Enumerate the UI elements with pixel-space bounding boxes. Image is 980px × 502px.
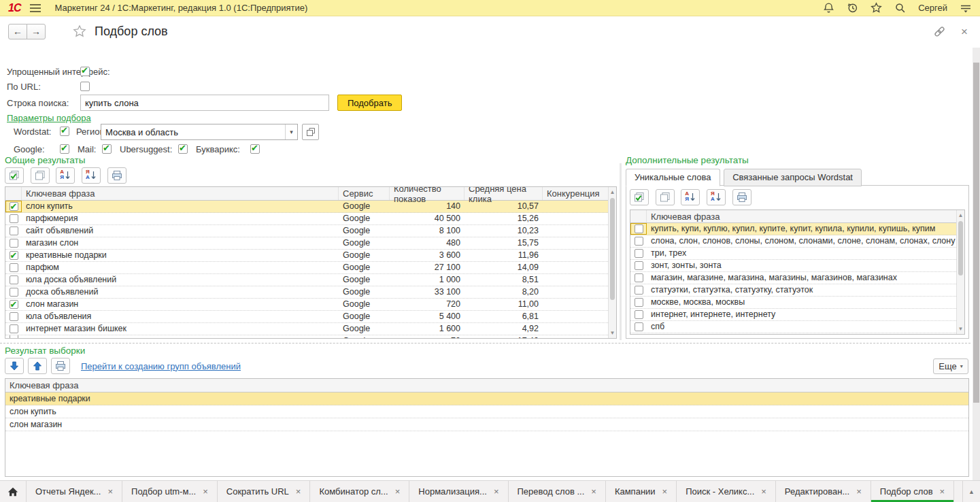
scrollbar-thumb[interactable]: [610, 198, 615, 300]
row-checkbox[interactable]: [10, 202, 18, 211]
row-checkbox[interactable]: [10, 300, 18, 309]
print-list-button[interactable]: [51, 358, 70, 374]
column-header-service[interactable]: Сервис: [339, 187, 390, 200]
column-header-phrase[interactable]: Ключевая фраза: [22, 187, 339, 200]
by-url-checkbox[interactable]: [80, 80, 90, 91]
unique-word-row[interactable]: москве, москва, москвы: [630, 297, 958, 309]
tab-close-icon[interactable]: ×: [296, 486, 301, 497]
scroll-down-icon[interactable]: ▼: [957, 326, 964, 332]
selection-params-link[interactable]: Параметры подбора: [7, 113, 91, 123]
tab-close-icon[interactable]: ×: [940, 486, 945, 497]
mail-checkbox[interactable]: [102, 143, 112, 154]
keyword-row[interactable]: слон купить Google 140 10,57: [5, 201, 609, 213]
tab-close-icon[interactable]: ×: [591, 486, 596, 497]
sort-desc-button[interactable]: ЯА: [707, 189, 726, 205]
more-button[interactable]: Еще ▾: [933, 358, 968, 374]
taskbar-tab[interactable]: Отчеты Яндек... ×: [26, 481, 122, 502]
taskbar-tab[interactable]: Перевод слов ... ×: [509, 481, 606, 502]
row-checkbox[interactable]: [635, 249, 643, 258]
home-icon[interactable]: [0, 481, 26, 502]
scroll-up-icon[interactable]: ▲: [609, 189, 616, 195]
taskbar-tab[interactable]: Поиск - Хеликс... ×: [677, 481, 776, 502]
tab-close-icon[interactable]: ×: [494, 486, 499, 497]
selected-phrase-row[interactable]: креативные подарки: [5, 392, 968, 405]
move-up-button[interactable]: [28, 358, 47, 374]
unique-word-row[interactable]: спб: [630, 321, 958, 333]
keyword-row[interactable]: парфюм Google 27 100 14,09: [5, 262, 609, 274]
uncheck-all-button[interactable]: [656, 189, 675, 205]
row-checkbox[interactable]: [635, 298, 643, 307]
uncheck-all-button[interactable]: [31, 167, 50, 184]
keyword-row[interactable]: магазин слон Google 480 15,75: [5, 237, 609, 250]
keyword-row[interactable]: юла объявления Google 5 400 6,81: [5, 311, 609, 323]
service-menu-icon[interactable]: [960, 3, 972, 13]
page-scrollbar[interactable]: [973, 48, 980, 480]
row-checkbox[interactable]: [635, 273, 643, 282]
chevron-down-icon[interactable]: ▾: [285, 124, 297, 139]
keyword-row[interactable]: юла доска объявлений Google 1 000 8,51: [5, 274, 609, 286]
check-all-button[interactable]: [630, 189, 649, 205]
column-header-phrase[interactable]: Ключевая фраза: [647, 210, 958, 222]
general-results-scrollbar[interactable]: ▲ ▼: [608, 187, 616, 338]
favorite-star-icon[interactable]: [73, 24, 86, 38]
check-all-button[interactable]: [5, 167, 24, 184]
unique-word-row[interactable]: интернет, интернете, интернету: [630, 309, 958, 321]
forward-button[interactable]: →: [27, 24, 46, 39]
row-checkbox[interactable]: [10, 251, 18, 260]
search-icon[interactable]: [894, 2, 906, 14]
row-checkbox[interactable]: [10, 227, 18, 235]
unique-word-row[interactable]: слона, слон, слонов, слоны, слоном, слон…: [630, 235, 958, 248]
region-open-button[interactable]: [302, 124, 319, 140]
scroll-down-icon[interactable]: ▼: [609, 330, 616, 336]
keyword-row[interactable]: Google 70 17,40: [5, 335, 609, 339]
simplified-interface-checkbox[interactable]: [80, 65, 90, 76]
print-list-button[interactable]: [107, 167, 126, 184]
back-button[interactable]: ←: [8, 24, 27, 39]
vertical-splitter[interactable]: [620, 163, 622, 340]
row-checkbox[interactable]: [10, 324, 18, 333]
tab-close-icon[interactable]: ×: [203, 486, 208, 497]
main-menu-icon[interactable]: [30, 4, 41, 12]
close-window-icon[interactable]: ×: [961, 26, 968, 37]
selected-phrase-row[interactable]: слон купить: [5, 405, 968, 418]
keyword-row[interactable]: парфюмерия Google 40 500 15,26: [5, 213, 609, 225]
tab-unique-words[interactable]: Уникальные слова: [626, 169, 720, 186]
taskbar-tab[interactable]: Комбинатор сл... ×: [310, 481, 409, 502]
move-down-button[interactable]: [5, 358, 24, 374]
taskbar-tab[interactable]: Подбор слов ×: [871, 481, 954, 502]
taskbar-tab[interactable]: Редактирован... ×: [776, 481, 871, 502]
taskbar-expand-icon[interactable]: ▲: [962, 481, 980, 502]
pick-button[interactable]: Подобрать: [337, 95, 402, 111]
taskbar-tab[interactable]: Нормализация... ×: [409, 481, 508, 502]
sort-asc-button[interactable]: АЯ: [56, 167, 75, 184]
row-checkbox[interactable]: [635, 261, 643, 270]
unique-word-row[interactable]: статуэтки, статуэтка, статуэтку, статуэт…: [630, 284, 958, 297]
user-name[interactable]: Сергей: [918, 3, 947, 13]
row-checkbox[interactable]: [635, 224, 643, 233]
selected-phrase-row[interactable]: слон магазин: [5, 418, 968, 431]
row-checkbox[interactable]: [635, 286, 643, 295]
unique-word-row[interactable]: фигурки, фигуры, фигурка, фигур: [630, 333, 958, 335]
create-ad-groups-link[interactable]: Перейти к созданию групп объявлений: [81, 361, 241, 371]
ubersuggest-checkbox[interactable]: [178, 143, 188, 154]
row-checkbox[interactable]: [10, 214, 18, 223]
horizontal-splitter[interactable]: [0, 343, 970, 344]
tab-close-icon[interactable]: ×: [395, 486, 401, 497]
row-checkbox[interactable]: [635, 310, 643, 319]
row-checkbox[interactable]: [10, 288, 18, 297]
bukvarix-checkbox[interactable]: [250, 143, 260, 154]
scroll-up-icon[interactable]: ▲: [957, 212, 964, 218]
column-header-phrase[interactable]: Ключевая фраза: [10, 379, 78, 392]
row-checkbox[interactable]: [635, 237, 643, 246]
page-scrollbar-thumb[interactable]: [973, 63, 979, 403]
row-checkbox[interactable]: [10, 263, 18, 272]
sort-desc-button[interactable]: ЯА: [82, 167, 101, 184]
google-checkbox[interactable]: [60, 143, 69, 154]
tab-close-icon[interactable]: ×: [761, 486, 766, 497]
history-icon[interactable]: [847, 2, 858, 14]
unique-word-row[interactable]: три, трех: [630, 248, 958, 260]
column-header-shows[interactable]: Количество показов: [390, 187, 464, 200]
keyword-row[interactable]: доска объявлений Google 33 100 8,20: [5, 286, 609, 299]
row-checkbox[interactable]: [10, 312, 18, 321]
search-input[interactable]: [80, 95, 329, 111]
